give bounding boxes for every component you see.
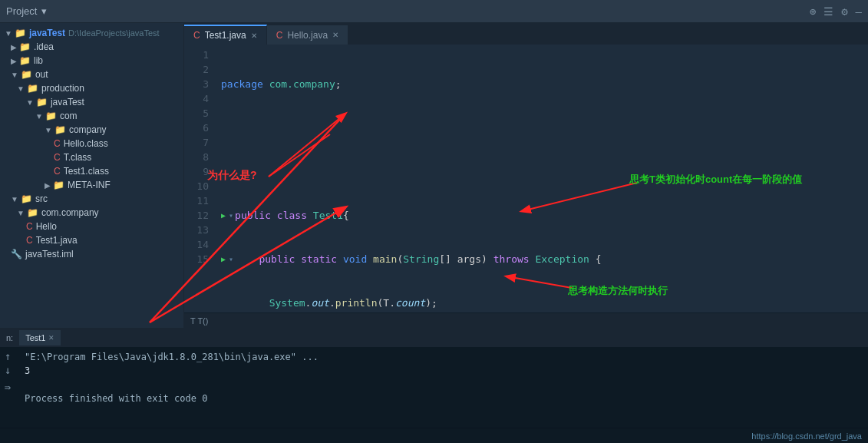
list-icon[interactable]: ☰ — [823, 5, 833, 18]
run-icon[interactable]: ▶ — [221, 252, 226, 266]
java-icon: C — [26, 235, 33, 246]
scroll-down-icon[interactable]: ↓ — [5, 364, 11, 376]
blog-url: https://blog.csdn.net/grd_java — [751, 431, 862, 441]
tab-label: Hello.java — [287, 30, 328, 41]
folder-icon: 📁 — [36, 97, 48, 107]
sidebar-item-com[interactable]: ▼ 📁 com — [0, 109, 183, 123]
sidebar-item-test1-class[interactable]: C Test1.class — [0, 164, 183, 178]
arrow-icon: ▶ — [11, 57, 17, 65]
sidebar-item-idea[interactable]: ▶ 📁 .idea — [0, 40, 183, 54]
sidebar-label: .idea — [34, 41, 54, 52]
sidebar-label: Test1.class — [64, 166, 109, 177]
sidebar-item-company[interactable]: ▼ 📁 company — [0, 123, 183, 137]
sidebar-label: com.company — [41, 207, 99, 218]
terminal-line-4: Process finished with exit code 0 — [25, 392, 859, 405]
sidebar-item-javatest[interactable]: ▼ 📁 javaTest — [0, 95, 183, 109]
sidebar-label: company — [69, 124, 107, 135]
java-icon: C — [26, 221, 33, 232]
close-icon[interactable]: ✕ — [332, 31, 338, 39]
iml-icon: 🔧 — [11, 249, 22, 260]
terminal-tab-name: Test1 — [25, 333, 45, 342]
sidebar-item-production[interactable]: ▼ 📁 production — [0, 81, 183, 95]
java-class-icon: C — [54, 166, 61, 177]
java-class-icon: C — [54, 152, 61, 163]
tab-test1[interactable]: C Test1.java ✕ — [184, 25, 267, 45]
sidebar-label: com — [60, 111, 78, 121]
code-line-5: ▶ ▾ public static void main(String[] arg… — [221, 252, 862, 266]
top-bar-icons: ⊕ ☰ ⚙ — — [810, 5, 862, 18]
arrow-icon: ▼ — [11, 71, 18, 79]
terminal-controls: ↑ ↓ ⇛ — [0, 347, 15, 408]
folder-icon: 📁 — [27, 207, 38, 218]
terminal-close-icon[interactable]: ✕ — [48, 334, 54, 342]
close-icon[interactable]: ✕ — [251, 31, 257, 40]
run-icon[interactable]: ▶ — [221, 208, 226, 223]
sidebar-item-lib[interactable]: ▶ 📁 lib — [0, 54, 183, 68]
main-layout: ▼ 📁 javaTest D:\IdeaProjects\javaTest ▶ … — [0, 23, 868, 328]
sidebar-item-iml[interactable]: 🔧 javaTest.iml — [0, 247, 183, 261]
layout-icon[interactable]: ⊕ — [810, 5, 816, 18]
sidebar-label: T.class — [64, 152, 92, 163]
java-class-icon: C — [54, 138, 61, 149]
top-bar: Project ▾ ⊕ ☰ ⚙ — — [0, 0, 868, 23]
terminal-tab[interactable]: Test1 ✕ — [19, 330, 61, 345]
sidebar-item-root[interactable]: ▼ 📁 javaTest D:\IdeaProjects\javaTest — [0, 26, 183, 40]
sidebar-item-com-company[interactable]: ▼ 📁 com.company — [0, 206, 183, 220]
sidebar-label: lib — [34, 55, 43, 66]
code-line-2 — [221, 121, 862, 135]
tab-bar: C Test1.java ✕ C Hello.java ✕ — [184, 23, 868, 45]
code-line-6: System.out.println(T.count); — [221, 296, 862, 310]
stop-icon[interactable]: ⇛ — [5, 381, 11, 393]
folder-icon: 📁 — [54, 124, 66, 135]
project-label: Project — [6, 5, 37, 17]
sidebar-item-meta-inf[interactable]: ▶ 📁 META-INF — [0, 178, 183, 192]
terminal: n: Test1 ✕ ↑ ↓ ⇛ "E:\Program Files\Java\… — [0, 328, 868, 428]
arrow-icon: ▼ — [17, 84, 25, 93]
sidebar-label: src — [35, 193, 48, 204]
fold-icon[interactable]: ▾ — [229, 208, 233, 223]
sidebar-item-t-class[interactable]: C T.class — [0, 150, 183, 164]
terminal-line-1: "E:\Program Files\Java\jdk1.8.0_281\bin\… — [25, 350, 859, 364]
scroll-up-icon[interactable]: ↑ — [5, 350, 11, 362]
minimize-icon[interactable]: — — [856, 5, 862, 18]
sidebar-label: Test1.java — [36, 235, 78, 246]
arrow-icon: ▼ — [11, 195, 18, 203]
sidebar-label: javaTest — [51, 97, 84, 107]
sidebar-item-test1[interactable]: C Test1.java — [0, 233, 183, 247]
sidebar-item-out[interactable]: ▼ 📁 out — [0, 68, 183, 81]
folder-icon: 📁 — [27, 83, 38, 94]
terminal-line-2: 3 — [25, 364, 859, 378]
sidebar-label: javaTest.iml — [25, 249, 74, 260]
code-content[interactable]: package com.company; ▶ ▾ public class Te… — [215, 45, 868, 312]
editor-status-bar: T T() — [184, 312, 868, 328]
tab-java-icon: C — [193, 30, 200, 41]
folder-icon: 📁 — [15, 28, 26, 38]
sidebar: ▼ 📁 javaTest D:\IdeaProjects\javaTest ▶ … — [0, 23, 184, 328]
sidebar-label: META-INF — [68, 180, 111, 190]
bottom-bar: https://blog.csdn.net/grd_java — [0, 428, 868, 443]
code-line-3 — [221, 164, 862, 179]
folder-icon: 📁 — [53, 180, 64, 190]
tab-label: Test1.java — [205, 30, 246, 41]
code-editor: 12345 678910 1112131415 package com.comp… — [184, 45, 868, 312]
arrow-icon: ▼ — [45, 126, 52, 134]
arrow-icon: ▶ — [45, 181, 51, 190]
arrow-icon: ▼ — [35, 112, 43, 121]
terminal-content: "E:\Program Files\Java\jdk1.8.0_281\bin\… — [15, 347, 868, 408]
tab-hello[interactable]: C Hello.java ✕ — [267, 25, 348, 45]
sidebar-item-hello[interactable]: C Hello — [0, 220, 183, 233]
dropdown-arrow[interactable]: ▾ — [41, 5, 47, 17]
settings-icon[interactable]: ⚙ — [841, 5, 847, 18]
sidebar-item-hello-class[interactable]: C Hello.class — [0, 137, 183, 150]
folder-icon: 📁 — [19, 55, 31, 66]
sidebar-label: Hello — [36, 221, 57, 232]
arrow-icon: ▼ — [26, 98, 34, 107]
folder-icon: 📁 — [45, 111, 57, 121]
sidebar-item-src[interactable]: ▼ 📁 src — [0, 192, 183, 206]
terminal-line-3 — [25, 378, 859, 392]
fold-icon[interactable]: ▾ — [229, 252, 233, 266]
code-line-1: package com.company; — [221, 77, 862, 91]
arrow-icon: ▼ — [5, 29, 12, 38]
tab-java-icon: C — [276, 30, 283, 41]
editor-area: C Test1.java ✕ C Hello.java ✕ 12345 6789… — [184, 23, 868, 328]
